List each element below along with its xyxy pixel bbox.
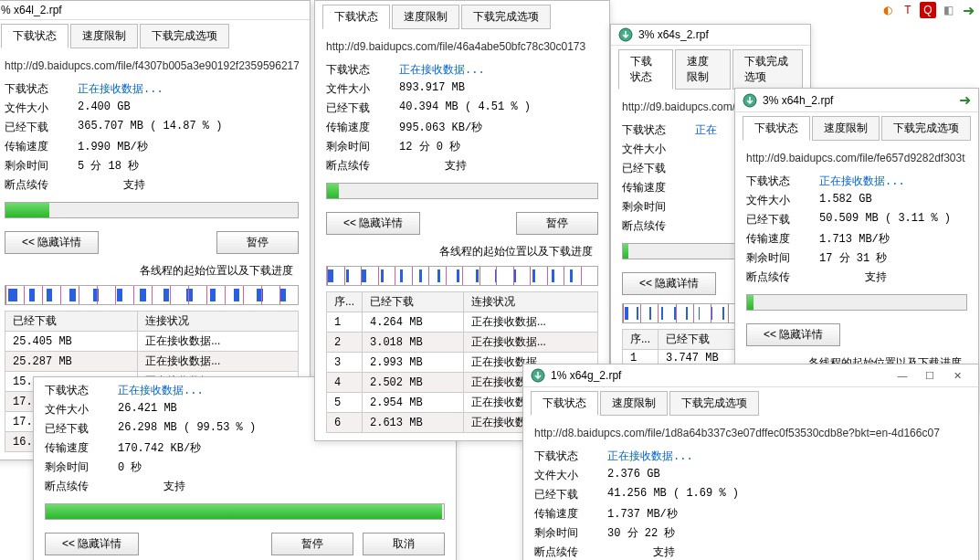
filesize-label: 文件大小 bbox=[746, 193, 819, 208]
downloaded-label: 已经下载 bbox=[326, 100, 399, 116]
timeleft-value: 12 分 0 秒 bbox=[399, 139, 460, 154]
hide-button[interactable]: << 隐藏详情 bbox=[326, 212, 420, 235]
tab-done[interactable]: 下载完成选项 bbox=[732, 49, 803, 90]
segment-title: 各线程的起始位置以及下载进度 bbox=[326, 240, 598, 263]
tray-icon: ◐ bbox=[880, 2, 896, 18]
status-label: 下载状态 bbox=[326, 62, 399, 78]
resume-label: 断点续传 bbox=[5, 177, 78, 193]
filesize-label: 文件大小 bbox=[5, 100, 78, 116]
resume-value: 支持 bbox=[445, 158, 467, 174]
tab-status[interactable]: 下载状态 bbox=[322, 5, 390, 29]
timeleft-label: 剩余时间 bbox=[534, 525, 607, 541]
downloaded-value: 40.394 MB ( 4.51 % ) bbox=[399, 100, 531, 116]
hide-button[interactable]: << 隐藏详情 bbox=[45, 533, 139, 555]
tab-status[interactable]: 下载状态 bbox=[1, 24, 68, 48]
status-value: 正在接收数据... bbox=[78, 81, 163, 97]
window-controls: — ☐ ✕ bbox=[889, 367, 971, 384]
tray-icon: ◧ bbox=[940, 2, 956, 18]
timeleft-value: 5 分 18 秒 bbox=[78, 158, 139, 174]
resume-label: 断点续传 bbox=[326, 158, 399, 174]
tab-status[interactable]: 下载状态 bbox=[618, 49, 673, 90]
tabs: 下载状态 速度限制 下载完成选项 bbox=[315, 1, 609, 29]
tab-speed[interactable]: 速度限制 bbox=[675, 49, 730, 90]
timeleft-label: 剩余时间 bbox=[326, 139, 399, 154]
tab-speed[interactable]: 速度限制 bbox=[812, 116, 880, 141]
timeleft-value: 30 分 22 秒 bbox=[607, 525, 675, 541]
download-window-x64g: 1% x64g_2.rpf — ☐ ✕ 下载状态 速度限制 下载完成选项 htt… bbox=[522, 364, 979, 560]
tab-done[interactable]: 下载完成选项 bbox=[669, 391, 759, 416]
col-state[interactable]: 连接状况 bbox=[463, 292, 597, 312]
tab-done[interactable]: 下载完成选项 bbox=[461, 5, 551, 29]
speed-value: 1.737 MB/秒 bbox=[607, 506, 678, 522]
progress-bar bbox=[326, 183, 598, 199]
titlebar[interactable]: 1% x64g_2.rpf — ☐ ✕ bbox=[523, 365, 978, 387]
tabs: 下载状态 速度限制 下载完成选项 bbox=[523, 387, 978, 416]
window-title: % x64l_2.rpf bbox=[1, 4, 62, 16]
resume-value: 支持 bbox=[653, 544, 675, 560]
resume-value: 支持 bbox=[865, 269, 887, 285]
idm-icon bbox=[531, 368, 545, 383]
segment-bar bbox=[5, 285, 299, 305]
pause-button[interactable]: 暂停 bbox=[271, 533, 353, 555]
close-button[interactable]: ✕ bbox=[943, 367, 971, 384]
resume-value: 支持 bbox=[123, 177, 145, 193]
hide-button[interactable]: << 隐藏详情 bbox=[746, 323, 840, 346]
download-url: http://d9.baidupcs.com/file/fe657d9282df… bbox=[746, 148, 967, 172]
tab-done[interactable]: 下载完成选项 bbox=[881, 116, 971, 141]
titlebar[interactable]: 3% x64s_2.rpf bbox=[611, 25, 810, 46]
maximize-button[interactable]: ☐ bbox=[916, 367, 943, 384]
system-tray: ◐ T Q ◧ ➜ bbox=[880, 2, 976, 18]
downloaded-value: 50.509 MB ( 3.11 % ) bbox=[819, 212, 951, 227]
timeleft-label: 剩余时间 bbox=[746, 250, 819, 266]
speed-value: 995.063 KB/秒 bbox=[399, 120, 482, 135]
pause-button[interactable]: 暂停 bbox=[516, 212, 598, 235]
download-url: http://d8.baidupcs.com/file/1d8a64b337c3… bbox=[534, 423, 967, 447]
status-value: 正在接收数据... bbox=[118, 383, 204, 398]
hide-button[interactable]: << 隐藏详情 bbox=[5, 231, 99, 254]
pause-button[interactable]: 暂停 bbox=[216, 231, 299, 254]
table-row: 25.287 MB正在接收数据... bbox=[5, 352, 299, 372]
col-n[interactable]: 序... bbox=[623, 330, 659, 350]
resume-label: 断点续传 bbox=[746, 269, 819, 285]
hide-button[interactable]: << 隐藏详情 bbox=[622, 272, 716, 295]
tab-speed[interactable]: 速度限制 bbox=[392, 5, 459, 29]
minimize-button[interactable]: — bbox=[889, 367, 916, 384]
col-state[interactable]: 连接状况 bbox=[138, 312, 299, 332]
tab-status[interactable]: 下载状态 bbox=[743, 116, 810, 141]
tray-arrow-icon: ➜ bbox=[959, 91, 971, 109]
segment-title: 各线程的起始位置以及下载进度 bbox=[5, 259, 299, 282]
progress-bar bbox=[45, 503, 445, 520]
timeleft-value: 0 秒 bbox=[118, 460, 142, 475]
table-row: 25.405 MB正在接收数据... bbox=[5, 332, 299, 352]
col-n[interactable]: 序... bbox=[327, 292, 363, 312]
filesize-value: 2.376 GB bbox=[607, 468, 660, 483]
tab-speed[interactable]: 速度限制 bbox=[600, 391, 668, 416]
downloaded-value: 26.298 MB ( 99.53 % ) bbox=[118, 421, 256, 437]
status-label: 下载状态 bbox=[622, 122, 695, 138]
status-label: 下载状态 bbox=[534, 449, 607, 464]
window-title: 1% x64g_2.rpf bbox=[551, 369, 621, 382]
speed-value: 1.990 MB/秒 bbox=[78, 139, 148, 154]
segment-bar bbox=[326, 266, 598, 286]
filesize-label: 文件大小 bbox=[326, 81, 399, 97]
download-url: http://d9.baidupcs.com/file/46a4abe50bfc… bbox=[326, 37, 598, 60]
window-title: 3% x64h_2.rpf bbox=[763, 94, 833, 107]
filesize-label: 文件大小 bbox=[622, 142, 695, 157]
titlebar[interactable]: % x64l_2.rpf bbox=[0, 1, 310, 20]
tab-speed[interactable]: 速度限制 bbox=[70, 24, 138, 48]
status-value: 正在接收数据... bbox=[819, 174, 905, 189]
status-label: 下载状态 bbox=[5, 81, 78, 97]
filesize-label: 文件大小 bbox=[534, 468, 607, 483]
titlebar[interactable]: 3% x64h_2.rpf ➜ bbox=[735, 89, 978, 112]
tab-status[interactable]: 下载状态 bbox=[531, 391, 598, 416]
table-row: 14.264 MB正在接收数据... bbox=[327, 312, 598, 333]
speed-value: 1.713 MB/秒 bbox=[819, 231, 890, 247]
downloaded-label: 已经下载 bbox=[746, 212, 819, 227]
tab-done[interactable]: 下载完成选项 bbox=[140, 24, 229, 48]
speed-label: 传输速度 bbox=[746, 231, 819, 247]
speed-label: 传输速度 bbox=[326, 120, 399, 135]
cancel-button[interactable]: 取消 bbox=[363, 533, 445, 555]
download-url: http://d9.baidupcs.com/file/f4307b005a3e… bbox=[5, 56, 299, 79]
col-downloaded[interactable]: 已经下载 bbox=[5, 312, 138, 332]
col-downloaded[interactable]: 已经下载 bbox=[363, 292, 464, 312]
